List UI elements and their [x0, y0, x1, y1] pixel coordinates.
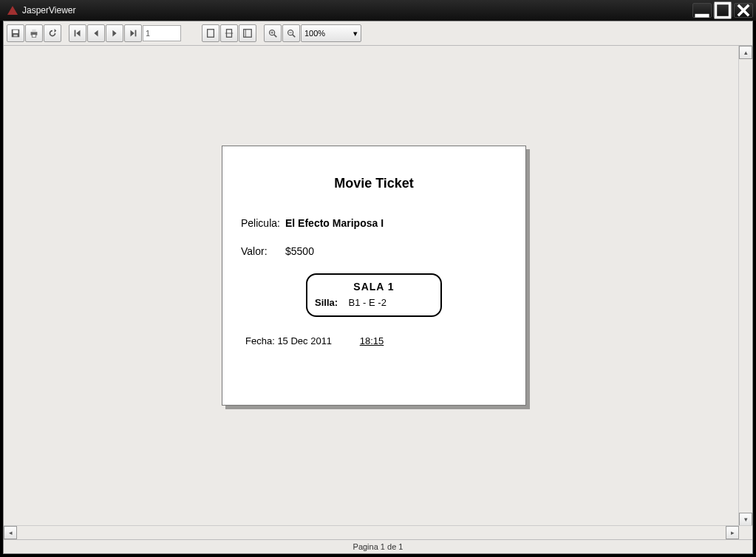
svg-rect-10	[32, 35, 35, 38]
reload-icon	[47, 28, 58, 38]
svg-rect-1	[695, 14, 709, 18]
fit-width-icon	[242, 28, 253, 38]
svg-rect-17	[135, 30, 137, 37]
maximize-button[interactable]	[713, 3, 732, 18]
minimize-button[interactable]	[692, 3, 712, 18]
reload-button[interactable]	[44, 24, 61, 42]
movie-label: Pelicula:	[241, 217, 285, 229]
report-page: Movie Ticket Pelicula: El Efecto Maripos…	[222, 146, 526, 406]
price-value: $5500	[285, 245, 314, 257]
horizontal-scrollbar[interactable]: ◂ ▸	[4, 525, 752, 539]
svg-marker-14	[94, 30, 98, 37]
movie-value: El Efecto Mariposa I	[285, 217, 384, 229]
last-page-icon	[128, 28, 138, 38]
svg-line-28	[293, 35, 296, 38]
svg-rect-12	[75, 30, 76, 37]
svg-rect-9	[32, 30, 35, 33]
app-window: JasperViewer 100% ▾	[0, 0, 756, 557]
first-page-icon	[72, 28, 83, 38]
close-button[interactable]	[734, 3, 753, 18]
svg-marker-15	[112, 30, 116, 37]
actual-size-button[interactable]	[202, 24, 219, 42]
time-value: 18:15	[360, 335, 384, 346]
save-button[interactable]	[7, 24, 24, 42]
ticket-title: Movie Ticket	[241, 176, 507, 191]
svg-marker-0	[7, 6, 18, 15]
save-icon	[10, 28, 21, 38]
report-viewport: Movie Ticket Pelicula: El Efecto Maripos…	[4, 46, 752, 539]
client-area: 100% ▾ Movie Ticket Pelicula: El Efecto …	[3, 21, 753, 554]
print-icon	[29, 28, 39, 38]
svg-rect-21	[244, 30, 252, 38]
svg-marker-13	[76, 30, 80, 37]
fit-page-icon	[224, 28, 234, 38]
vertical-scrollbar[interactable]: ▴ ▾	[738, 46, 752, 526]
scroll-down-button[interactable]: ▾	[739, 513, 752, 526]
last-page-button[interactable]	[124, 24, 142, 42]
svg-marker-11	[55, 29, 57, 33]
fit-width-button[interactable]	[239, 24, 256, 42]
toolbar: 100% ▾	[4, 21, 752, 46]
print-button[interactable]	[25, 24, 43, 42]
scroll-up-button[interactable]: ▴	[739, 46, 752, 59]
date-value: 15 Dec 2011	[277, 335, 332, 346]
app-icon	[7, 4, 18, 16]
svg-rect-2	[715, 3, 729, 17]
next-page-icon	[109, 28, 120, 38]
window-title: JasperViewer	[22, 5, 692, 16]
fit-page-button[interactable]	[220, 24, 238, 42]
room-label: SALA 1	[315, 281, 433, 293]
date-label: Fecha:	[245, 335, 275, 346]
zoom-out-icon	[286, 28, 296, 38]
ticket: Movie Ticket Pelicula: El Efecto Maripos…	[222, 146, 525, 361]
zoom-out-button[interactable]	[282, 24, 300, 42]
date-row: Fecha: 15 Dec 2011 18:15	[241, 335, 507, 346]
scroll-left-button[interactable]: ◂	[4, 526, 17, 539]
prev-page-button[interactable]	[87, 24, 105, 42]
seat-box: SALA 1 Silla: B1 - E -2	[306, 273, 442, 317]
zoom-combo[interactable]: 100% ▾	[301, 24, 361, 42]
titlebar: JasperViewer	[0, 0, 756, 21]
zoom-in-icon	[268, 28, 278, 38]
next-page-button[interactable]	[106, 24, 123, 42]
first-page-button[interactable]	[69, 24, 86, 42]
zoom-value: 100%	[304, 29, 325, 38]
prev-page-icon	[91, 28, 101, 38]
svg-rect-18	[208, 30, 214, 38]
seat-value: B1 - E -2	[349, 297, 386, 308]
zoom-in-button[interactable]	[264, 24, 282, 42]
page-number-input[interactable]	[143, 25, 181, 41]
status-bar: Pagina 1 de 1	[4, 539, 752, 553]
svg-marker-16	[131, 30, 134, 37]
price-label: Valor:	[241, 245, 285, 257]
chevron-down-icon: ▾	[353, 29, 358, 38]
svg-rect-6	[13, 30, 18, 33]
svg-rect-7	[13, 35, 17, 37]
svg-line-24	[274, 35, 277, 38]
actual-size-icon	[205, 28, 216, 38]
scroll-right-button[interactable]: ▸	[726, 526, 739, 539]
seat-label: Silla:	[315, 297, 338, 308]
